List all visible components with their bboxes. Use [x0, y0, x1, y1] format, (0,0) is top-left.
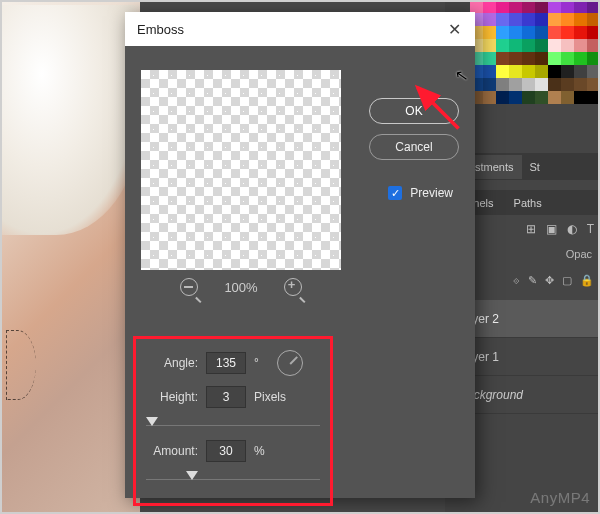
swatch[interactable]	[561, 78, 574, 91]
filter-icon[interactable]: ⊞	[526, 222, 536, 236]
swatch[interactable]	[574, 0, 587, 13]
preview-checkbox[interactable]: ✓	[388, 186, 402, 200]
swatch[interactable]	[535, 39, 548, 52]
swatch[interactable]	[574, 39, 587, 52]
swatch[interactable]	[548, 52, 561, 65]
move-lock-icon[interactable]: ✥	[545, 274, 554, 287]
swatch[interactable]	[522, 52, 535, 65]
swatch[interactable]	[522, 39, 535, 52]
image-icon[interactable]: ▣	[546, 222, 557, 236]
preview-checkbox-row[interactable]: ✓ Preview	[388, 186, 453, 200]
tab-styles[interactable]: St	[522, 155, 548, 179]
height-field[interactable]	[206, 386, 246, 408]
swatch[interactable]	[483, 52, 496, 65]
zoom-in-icon[interactable]	[284, 278, 302, 296]
swatch[interactable]	[548, 65, 561, 78]
swatch[interactable]	[509, 26, 522, 39]
swatch[interactable]	[574, 26, 587, 39]
swatch[interactable]	[522, 91, 535, 104]
swatch[interactable]	[574, 91, 587, 104]
swatch[interactable]	[535, 26, 548, 39]
artboard-icon[interactable]: ▢	[562, 274, 572, 287]
effect-preview[interactable]	[141, 70, 341, 270]
swatch[interactable]	[535, 65, 548, 78]
swatch[interactable]	[509, 91, 522, 104]
swatch[interactable]	[587, 78, 600, 91]
tab-paths[interactable]: Paths	[504, 192, 552, 214]
swatch[interactable]	[587, 91, 600, 104]
dialog-titlebar[interactable]: Emboss ✕	[125, 12, 475, 46]
swatch[interactable]	[561, 39, 574, 52]
swatch[interactable]	[522, 65, 535, 78]
swatch[interactable]	[522, 13, 535, 26]
swatch[interactable]	[587, 13, 600, 26]
close-button[interactable]: ✕	[437, 12, 471, 46]
swatch[interactable]	[496, 13, 509, 26]
swatch[interactable]	[496, 78, 509, 91]
swatch[interactable]	[483, 65, 496, 78]
swatch[interactable]	[509, 39, 522, 52]
swatch[interactable]	[496, 39, 509, 52]
swatch[interactable]	[548, 26, 561, 39]
swatch[interactable]	[561, 65, 574, 78]
swatch[interactable]	[535, 13, 548, 26]
swatch[interactable]	[574, 13, 587, 26]
mask-icon[interactable]: ◐	[567, 222, 577, 236]
swatch[interactable]	[548, 0, 561, 13]
link-icon[interactable]: ⟐	[513, 274, 520, 287]
swatch[interactable]	[587, 39, 600, 52]
swatch[interactable]	[561, 0, 574, 13]
swatch[interactable]	[509, 13, 522, 26]
swatch[interactable]	[509, 0, 522, 13]
swatch[interactable]	[548, 78, 561, 91]
swatch[interactable]	[561, 52, 574, 65]
swatch[interactable]	[522, 0, 535, 13]
swatch[interactable]	[509, 78, 522, 91]
swatch[interactable]	[483, 78, 496, 91]
height-slider[interactable]	[146, 415, 320, 429]
swatch[interactable]	[509, 52, 522, 65]
swatch[interactable]	[548, 39, 561, 52]
swatch[interactable]	[496, 91, 509, 104]
angle-field[interactable]	[206, 352, 246, 374]
swatch[interactable]	[574, 78, 587, 91]
swatch[interactable]	[496, 26, 509, 39]
swatch[interactable]	[548, 13, 561, 26]
swatch[interactable]	[587, 52, 600, 65]
swatch[interactable]	[522, 26, 535, 39]
cancel-button[interactable]: Cancel	[369, 134, 459, 160]
swatch[interactable]	[561, 91, 574, 104]
swatch[interactable]	[535, 91, 548, 104]
zoom-out-icon[interactable]	[180, 278, 198, 296]
swatch[interactable]	[535, 78, 548, 91]
amount-slider[interactable]	[146, 469, 320, 483]
swatch[interactable]	[496, 0, 509, 13]
swatch[interactable]	[509, 65, 522, 78]
swatch[interactable]	[561, 26, 574, 39]
angle-dial[interactable]	[277, 350, 303, 376]
swatch[interactable]	[483, 0, 496, 13]
angle-unit: °	[254, 356, 259, 370]
swatch[interactable]	[483, 39, 496, 52]
swatch[interactable]	[574, 52, 587, 65]
brush-icon[interactable]: ✎	[528, 274, 537, 287]
swatch[interactable]	[535, 0, 548, 13]
swatch[interactable]	[496, 65, 509, 78]
swatch[interactable]	[535, 52, 548, 65]
swatch[interactable]	[561, 13, 574, 26]
swatch[interactable]	[587, 65, 600, 78]
ok-button[interactable]: OK	[369, 98, 459, 124]
swatch[interactable]	[483, 91, 496, 104]
swatch[interactable]	[483, 26, 496, 39]
color-swatches[interactable]	[470, 0, 600, 130]
swatch[interactable]	[587, 0, 600, 13]
swatch[interactable]	[483, 13, 496, 26]
amount-field[interactable]	[206, 440, 246, 462]
swatch[interactable]	[587, 26, 600, 39]
lock-icon[interactable]: 🔒	[580, 274, 594, 287]
swatch[interactable]	[574, 65, 587, 78]
swatch[interactable]	[496, 52, 509, 65]
swatch[interactable]	[548, 91, 561, 104]
swatch[interactable]	[522, 78, 535, 91]
type-icon[interactable]: T	[587, 222, 594, 236]
